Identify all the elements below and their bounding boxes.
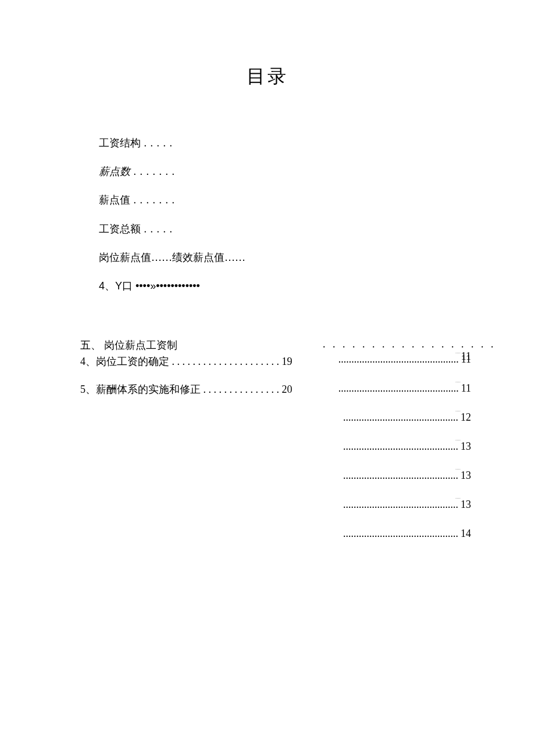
leader-dots: ........................................… xyxy=(343,411,458,424)
toc-page-row: ........................................… xyxy=(323,528,471,557)
toc-dots: . . . . . . . xyxy=(130,194,175,206)
toc-item-label: 岗位薪点值……绩效薪点值…… xyxy=(99,252,245,263)
page-number: 12 xyxy=(461,411,471,423)
tiny-dots-icon: .... xyxy=(455,378,461,384)
toc-item-label: 4、Y口 ••••»•••••••••••• xyxy=(99,280,200,292)
page-title: 目录 xyxy=(0,0,535,136)
tiny-dots-icon: .... xyxy=(455,436,461,442)
leader-dots: ........................................… xyxy=(343,440,458,453)
leader-dots: ........................................… xyxy=(338,353,459,366)
toc-item-label: 工资结构 xyxy=(99,137,141,149)
toc-item: 岗位薪点值……绩效薪点值…… xyxy=(99,250,535,265)
toc-page-row: .... ...................................… xyxy=(323,470,471,499)
tiny-dots-icon: .... xyxy=(455,407,461,413)
toc-dots: . . . . . . . xyxy=(130,166,175,177)
toc-top-section: 工资结构 . . . . . 薪点数 . . . . . . . 薪点值 . .… xyxy=(0,136,535,293)
toc-left-column: 五、 岗位薪点工资制 4、岗位工资的确定 . . . . . . . . . .… xyxy=(80,338,301,396)
toc-page-row: .... ...................................… xyxy=(323,499,471,528)
toc-columns: 五、 岗位薪点工资制 4、岗位工资的确定 . . . . . . . . . .… xyxy=(0,338,535,571)
toc-page-row: . . . . . . . . . . . . . . . . . .11 xyxy=(323,338,471,353)
page-number: 11 xyxy=(461,353,471,365)
toc-dots: . . . . . xyxy=(141,137,173,149)
toc-item: 工资结构 . . . . . xyxy=(99,136,535,151)
page-number: 11 xyxy=(461,382,471,394)
page-number: 13 xyxy=(461,470,471,481)
leader-dots: ........................................… xyxy=(343,470,458,482)
tiny-dots-icon: .... xyxy=(455,465,461,471)
leader-dots: ........................................… xyxy=(338,382,459,395)
toc-entry: 五、 岗位薪点工资制 xyxy=(80,338,301,352)
toc-entry: 4、岗位工资的确定 . . . . . . . . . . . . . . . … xyxy=(80,354,301,368)
toc-item: 工资总额 . . . . . xyxy=(99,222,535,237)
toc-item-label: 薪点值 xyxy=(99,194,130,206)
tiny-dots-icon: .... xyxy=(455,349,461,354)
toc-item: 4、Y口 ••••»•••••••••••• xyxy=(99,279,535,293)
leader-dots: ........................................… xyxy=(343,528,458,540)
toc-item: 薪点数 . . . . . . . xyxy=(99,164,535,179)
toc-page-row: .... ...................................… xyxy=(323,382,471,411)
leader-dots: ........................................… xyxy=(343,499,458,511)
toc-item-label: 薪点数 xyxy=(99,166,130,177)
page-number: 13 xyxy=(461,440,471,452)
toc-page-row: .... ...................................… xyxy=(323,411,471,440)
page-number: 13 xyxy=(461,499,471,510)
page-number: 14 xyxy=(461,528,471,539)
leader-dots: . . . . . . . . . . . . . . . . . . xyxy=(323,338,496,350)
toc-page-row: .... ...................................… xyxy=(323,440,471,470)
toc-item: 薪点值 . . . . . . . xyxy=(99,193,535,207)
tiny-dots-icon: .... xyxy=(455,494,461,500)
toc-item-label: 工资总额 xyxy=(99,223,141,235)
toc-page-row: .... ...................................… xyxy=(323,353,471,382)
toc-dots: . . . . . xyxy=(141,223,173,235)
toc-entry: 5、薪酬体系的实施和修正 . . . . . . . . . . . . . .… xyxy=(80,382,301,396)
toc-right-column: . . . . . . . . . . . . . . . . . .11 ..… xyxy=(323,338,471,557)
